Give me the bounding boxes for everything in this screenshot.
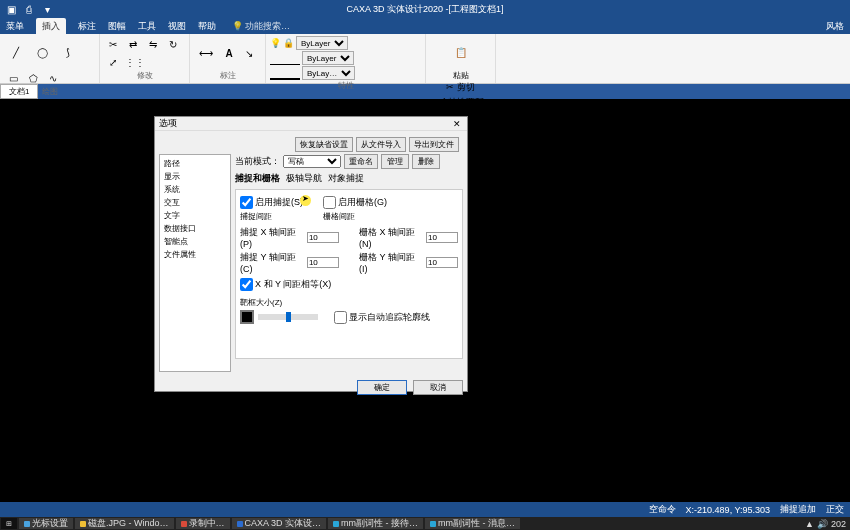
manage-button[interactable]: 管理 <box>381 154 409 169</box>
target-size-label: 靶框大小(Z) <box>240 297 458 308</box>
trim-tool[interactable]: ✂ <box>104 36 122 52</box>
mode-label: 当前模式： <box>235 155 280 168</box>
tab-osnap[interactable]: 对象捕捉 <box>328 172 364 185</box>
task-item[interactable]: mm副词性 - 消息… <box>425 518 520 529</box>
enable-snap-checkbox[interactable]: 启用捕捉(S) <box>240 196 303 209</box>
delete-button[interactable]: 删除 <box>412 154 440 169</box>
cut-button[interactable]: ✂ 剪切 <box>446 81 475 94</box>
paste-button[interactable]: 📋 <box>449 36 473 68</box>
grid-y-input[interactable] <box>426 257 458 268</box>
scale-tool[interactable]: ⤢ <box>104 54 122 70</box>
menu-tab-sheet[interactable]: 图幅 <box>108 20 126 33</box>
auto-track-checkbox[interactable]: 显示自动追踪轮廓线 <box>334 311 430 324</box>
leader-tool[interactable]: ↘ <box>240 45 258 61</box>
menu-tab-annot[interactable]: 标注 <box>78 20 96 33</box>
rename-button[interactable]: 重命名 <box>344 154 378 169</box>
cat-item[interactable]: 数据接口 <box>162 222 228 235</box>
offset-tool[interactable]: ⇄ <box>124 36 142 52</box>
tab-polar[interactable]: 极轴导航 <box>286 172 322 185</box>
status-cmd: 空命令 <box>649 503 676 516</box>
cat-item[interactable]: 文件属性 <box>162 248 228 261</box>
snap-y-input[interactable] <box>307 257 339 268</box>
grid-int-label: 栅格间距 <box>323 211 387 222</box>
start-button[interactable]: ⊞ <box>1 518 17 529</box>
xy-equal-checkbox[interactable]: X 和 Y 间距相等(X) <box>240 278 331 291</box>
status-ortho[interactable]: 正交 <box>826 503 844 516</box>
dropdown-icon[interactable]: ▾ <box>40 2 54 16</box>
enable-grid-checkbox[interactable]: 启用栅格(G) <box>323 196 387 209</box>
tray-clock[interactable]: 202 <box>831 519 846 529</box>
ribbon: ╱ ◯ ⟆ ▭ ⬠ ∿ 绘图 ✂ ⇄ ⇋ ↻ ⤢ ⋮⋮ 修改 ⟷ A ↘ 标注 … <box>0 34 850 84</box>
task-item[interactable]: CAXA 3D 实体设… <box>232 518 327 529</box>
task-item[interactable]: 磁盘.JPG - Windo… <box>75 518 174 529</box>
doc-tab[interactable]: 文档1 <box>0 84 38 99</box>
line-tool[interactable]: ╱ <box>4 36 28 68</box>
snap-x-input[interactable] <box>307 232 339 243</box>
spline-tool[interactable]: ∿ <box>44 70 62 86</box>
bulb-icon: 💡 <box>232 21 243 31</box>
status-coord: X:-210.489, Y:95.303 <box>686 505 770 515</box>
lamp-icon: 💡 <box>270 38 281 48</box>
dialog-title: 选项 <box>159 117 177 130</box>
circle-tool[interactable]: ◯ <box>30 36 54 68</box>
cat-item[interactable]: 文字 <box>162 209 228 222</box>
arc-tool[interactable]: ⟆ <box>56 36 80 68</box>
lock-icon: 🔒 <box>283 38 294 48</box>
style-label[interactable]: 风格 <box>826 20 844 33</box>
status-snap[interactable]: 捕捉追加 <box>780 503 816 516</box>
cat-item[interactable]: 交互 <box>162 196 228 209</box>
layer-weight-select[interactable]: ByLay… <box>302 66 355 80</box>
tray-icon[interactable]: ▲ <box>805 519 814 529</box>
mode-select[interactable]: 写稿 <box>283 155 341 168</box>
cat-item[interactable]: 显示 <box>162 170 228 183</box>
mirror-tool[interactable]: ⇋ <box>144 36 162 52</box>
app-icon: ▣ <box>4 2 18 16</box>
tray-icon[interactable]: 🔊 <box>817 519 828 529</box>
print-icon[interactable]: ⎙ <box>22 2 36 16</box>
options-dialog: 选项✕ 恢复缺省设置 从文件导入 导出到文件 路径 显示 系统 交互 文字 数据… <box>154 116 468 392</box>
size-slider[interactable] <box>258 314 318 320</box>
group-label-modify: 修改 <box>104 70 185 81</box>
ok-button[interactable]: 确定 <box>357 380 407 395</box>
group-label-prop: 特性 <box>270 80 421 91</box>
layer-color-select[interactable]: ByLayer <box>296 36 348 50</box>
window-title: CAXA 3D 实体设计2020 -[工程图文档1] <box>346 3 503 16</box>
array-tool[interactable]: ⋮⋮ <box>124 54 146 70</box>
task-item[interactable]: 录制中… <box>176 518 230 529</box>
cat-item[interactable]: 路径 <box>162 157 228 170</box>
cat-item[interactable]: 系统 <box>162 183 228 196</box>
menu-tab-help[interactable]: 帮助 <box>198 20 216 33</box>
cursor-icon <box>300 195 311 206</box>
cancel-button[interactable]: 取消 <box>413 380 463 395</box>
dim-tool[interactable]: ⟷ <box>194 37 218 69</box>
layer-line-select[interactable]: ByLayer <box>302 51 354 65</box>
text-tool[interactable]: A <box>220 45 238 61</box>
grid-x-input[interactable] <box>426 232 458 243</box>
category-list[interactable]: 路径 显示 系统 交互 文字 数据接口 智能点 文件属性 <box>159 154 231 372</box>
import-file-button[interactable]: 从文件导入 <box>356 137 406 152</box>
export-file-button[interactable]: 导出到文件 <box>409 137 459 152</box>
menu-tab-tools[interactable]: 工具 <box>138 20 156 33</box>
menu-tab-insert[interactable]: 插入 <box>36 18 66 35</box>
search-box[interactable]: 💡功能搜索… <box>232 20 290 33</box>
group-label-annot: 标注 <box>194 70 261 81</box>
menu-tab-view[interactable]: 视图 <box>168 20 186 33</box>
tab-snap-grid[interactable]: 捕捉和栅格 <box>235 172 280 185</box>
cat-item[interactable]: 智能点 <box>162 235 228 248</box>
snap-int-label: 捕捉间距 <box>240 211 303 222</box>
menu-tab[interactable]: 菜单 <box>6 20 24 33</box>
task-item[interactable]: mm副词性 - 接待… <box>328 518 423 529</box>
task-item[interactable]: 光标设置 <box>19 518 73 529</box>
close-icon[interactable]: ✕ <box>451 119 463 129</box>
rotate-tool[interactable]: ↻ <box>164 36 182 52</box>
restore-defaults-button[interactable]: 恢复缺省设置 <box>295 137 353 152</box>
color-swatch[interactable] <box>240 310 254 324</box>
